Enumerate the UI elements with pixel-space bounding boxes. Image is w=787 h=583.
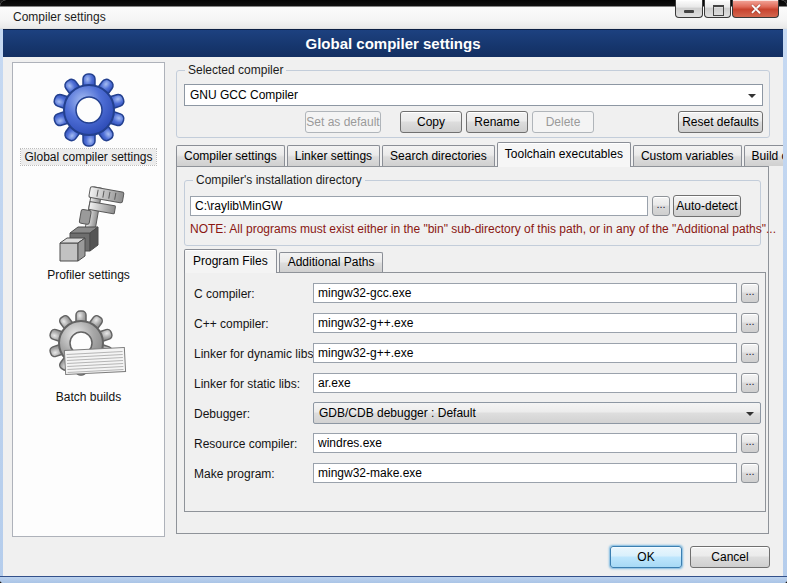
close-icon xyxy=(750,3,762,15)
maximize-icon xyxy=(713,5,724,16)
install-dir-group-label: Compiler's installation directory xyxy=(193,173,365,187)
gray-gear-papers-icon xyxy=(47,309,131,389)
make-program-input[interactable] xyxy=(313,463,737,483)
compiler-tabs: Compiler settings Linker settings Search… xyxy=(176,142,787,166)
selected-compiler-group-label: Selected compiler xyxy=(185,63,286,77)
cancel-button[interactable]: Cancel xyxy=(690,546,770,568)
subtab-additional-paths[interactable]: Additional Paths xyxy=(279,252,384,272)
ok-button[interactable]: OK xyxy=(610,546,682,568)
c-compiler-browse-button[interactable]: ... xyxy=(741,283,759,303)
sidebar-item-batch-builds[interactable]: Batch builds xyxy=(47,309,131,405)
compiler-select[interactable]: GNU GCC Compiler xyxy=(184,84,763,106)
debugger-select-value: GDB/CDB debugger : Default xyxy=(319,406,476,420)
linker-dynamic-browse-button[interactable]: ... xyxy=(741,343,759,363)
cpp-compiler-browse-button[interactable]: ... xyxy=(741,313,759,333)
minimize-button[interactable] xyxy=(675,0,703,18)
window-title: Compiler settings xyxy=(13,10,106,24)
cpp-compiler-input[interactable] xyxy=(313,313,737,333)
tab-custom-variables[interactable]: Custom variables xyxy=(633,145,742,166)
title-bar[interactable]: Compiler settings xyxy=(0,0,787,29)
install-dir-input[interactable] xyxy=(190,196,648,216)
tab-build-options[interactable]: Build options xyxy=(744,145,787,166)
linker-dynamic-label: Linker for dynamic libs: xyxy=(194,347,317,361)
program-files-subtabs: Program Files Additional Paths xyxy=(184,249,385,272)
c-compiler-label: C compiler: xyxy=(194,287,255,301)
window-frame-right xyxy=(783,29,787,583)
sidebar-item-label: Profiler settings xyxy=(44,267,133,283)
tab-compiler-settings[interactable]: Compiler settings xyxy=(176,145,285,166)
compiler-select-value: GNU GCC Compiler xyxy=(190,88,298,102)
auto-detect-button[interactable]: Auto-detect xyxy=(673,195,741,217)
resource-compiler-input[interactable] xyxy=(313,433,737,453)
maximize-button[interactable] xyxy=(704,0,731,18)
cpp-compiler-label: C++ compiler: xyxy=(194,317,269,331)
minimize-icon xyxy=(684,10,694,13)
install-dir-browse-button[interactable]: ... xyxy=(652,196,670,216)
subtab-program-files[interactable]: Program Files xyxy=(184,249,277,273)
window-frame-left xyxy=(0,29,3,583)
copy-button[interactable]: Copy xyxy=(400,111,462,133)
sidebar-item-global-compiler-settings[interactable]: Global compiler settings xyxy=(21,71,155,165)
chevron-down-icon xyxy=(746,412,754,416)
close-button[interactable] xyxy=(732,0,779,18)
tab-linker-settings[interactable]: Linker settings xyxy=(287,145,380,166)
sidebar-item-label: Global compiler settings xyxy=(21,149,155,165)
sidebar-item-label: Batch builds xyxy=(53,389,124,405)
window-frame-bottom xyxy=(0,576,787,583)
blue-gear-icon xyxy=(51,71,127,149)
rename-button[interactable]: Rename xyxy=(466,111,528,133)
resource-compiler-label: Resource compiler: xyxy=(194,437,297,451)
sidebar-item-profiler-settings[interactable]: Profiler settings xyxy=(44,185,133,283)
linker-static-input[interactable] xyxy=(313,373,737,393)
delete-button[interactable]: Delete xyxy=(532,111,594,133)
settings-category-list: Global compiler settings xyxy=(12,62,165,537)
resource-compiler-browse-button[interactable]: ... xyxy=(741,433,759,453)
tab-toolchain-executables[interactable]: Toolchain executables xyxy=(497,142,631,167)
c-compiler-input[interactable] xyxy=(313,283,737,303)
linker-dynamic-input[interactable] xyxy=(313,343,737,363)
install-dir-note: NOTE: All programs must exist either in … xyxy=(190,222,776,236)
make-program-label: Make program: xyxy=(194,467,275,481)
debugger-label: Debugger: xyxy=(194,407,250,421)
chevron-down-icon xyxy=(748,94,756,98)
page-title: Global compiler settings xyxy=(3,29,783,57)
window-controls xyxy=(675,0,779,18)
reset-defaults-button[interactable]: Reset defaults xyxy=(678,111,763,133)
tab-search-directories[interactable]: Search directories xyxy=(382,145,495,166)
make-program-browse-button[interactable]: ... xyxy=(741,463,759,483)
compiler-settings-dialog: Compiler settings Global compiler settin… xyxy=(0,0,787,583)
linker-static-label: Linker for static libs: xyxy=(194,377,300,391)
debugger-select[interactable]: GDB/CDB debugger : Default xyxy=(313,402,761,424)
linker-static-browse-button[interactable]: ... xyxy=(741,373,759,393)
set-as-default-button[interactable]: Set as default xyxy=(305,111,381,133)
caliper-icon xyxy=(48,185,128,267)
